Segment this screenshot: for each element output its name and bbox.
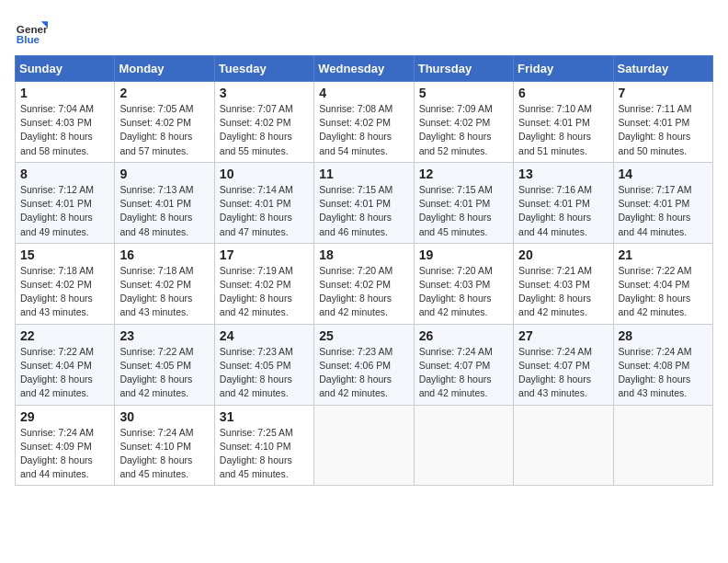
weekday-header-sunday: Sunday bbox=[16, 56, 115, 82]
day-number: 7 bbox=[619, 86, 708, 100]
page-header: General Blue bbox=[15, 15, 713, 48]
calendar-cell: 14Sunrise: 7:17 AM Sunset: 4:01 PM Dayli… bbox=[613, 162, 712, 243]
day-number: 12 bbox=[419, 167, 508, 181]
calendar-cell bbox=[613, 405, 712, 486]
day-number: 27 bbox=[518, 328, 608, 343]
day-info: Sunrise: 7:20 AM Sunset: 4:03 PM Dayligh… bbox=[419, 264, 508, 320]
weekday-header-monday: Monday bbox=[115, 56, 214, 82]
day-number: 23 bbox=[119, 328, 209, 343]
day-info: Sunrise: 7:15 AM Sunset: 4:01 PM Dayligh… bbox=[319, 183, 408, 239]
day-number: 8 bbox=[20, 167, 109, 181]
calendar-cell: 2Sunrise: 7:05 AM Sunset: 4:02 PM Daylig… bbox=[115, 82, 214, 163]
day-number: 26 bbox=[419, 328, 508, 343]
day-info: Sunrise: 7:08 AM Sunset: 4:02 PM Dayligh… bbox=[319, 102, 408, 158]
day-info: Sunrise: 7:19 AM Sunset: 4:02 PM Dayligh… bbox=[220, 264, 309, 320]
weekday-header-friday: Friday bbox=[514, 56, 613, 82]
day-info: Sunrise: 7:18 AM Sunset: 4:02 PM Dayligh… bbox=[119, 264, 209, 320]
weekday-header-tuesday: Tuesday bbox=[214, 56, 313, 82]
calendar-cell: 26Sunrise: 7:24 AM Sunset: 4:07 PM Dayli… bbox=[414, 324, 513, 405]
calendar-cell: 4Sunrise: 7:08 AM Sunset: 4:02 PM Daylig… bbox=[314, 82, 414, 163]
weekday-header-saturday: Saturday bbox=[613, 56, 712, 82]
calendar-cell: 17Sunrise: 7:19 AM Sunset: 4:02 PM Dayli… bbox=[214, 243, 313, 324]
calendar-week-5: 29Sunrise: 7:24 AM Sunset: 4:09 PM Dayli… bbox=[16, 405, 713, 486]
calendar-cell: 21Sunrise: 7:22 AM Sunset: 4:04 PM Dayli… bbox=[613, 243, 712, 324]
day-info: Sunrise: 7:04 AM Sunset: 4:03 PM Dayligh… bbox=[20, 102, 109, 158]
day-info: Sunrise: 7:09 AM Sunset: 4:02 PM Dayligh… bbox=[419, 102, 508, 158]
calendar-cell: 31Sunrise: 7:25 AM Sunset: 4:10 PM Dayli… bbox=[214, 405, 313, 486]
day-number: 1 bbox=[20, 86, 109, 100]
weekday-header-wednesday: Wednesday bbox=[314, 56, 414, 82]
calendar-cell: 3Sunrise: 7:07 AM Sunset: 4:02 PM Daylig… bbox=[214, 82, 313, 163]
calendar-cell: 24Sunrise: 7:23 AM Sunset: 4:05 PM Dayli… bbox=[214, 324, 313, 405]
day-info: Sunrise: 7:22 AM Sunset: 4:04 PM Dayligh… bbox=[619, 264, 708, 320]
calendar-cell bbox=[514, 405, 613, 486]
calendar-cell: 16Sunrise: 7:18 AM Sunset: 4:02 PM Dayli… bbox=[115, 243, 214, 324]
day-number: 9 bbox=[119, 167, 209, 181]
calendar-cell bbox=[414, 405, 513, 486]
day-number: 6 bbox=[518, 86, 608, 100]
day-number: 11 bbox=[319, 167, 408, 181]
day-info: Sunrise: 7:23 AM Sunset: 4:06 PM Dayligh… bbox=[319, 345, 408, 401]
day-info: Sunrise: 7:14 AM Sunset: 4:01 PM Dayligh… bbox=[220, 183, 309, 239]
calendar-cell: 1Sunrise: 7:04 AM Sunset: 4:03 PM Daylig… bbox=[16, 82, 115, 163]
calendar-cell: 7Sunrise: 7:11 AM Sunset: 4:01 PM Daylig… bbox=[613, 82, 712, 163]
svg-text:Blue: Blue bbox=[17, 33, 40, 45]
day-number: 22 bbox=[20, 328, 109, 343]
day-info: Sunrise: 7:24 AM Sunset: 4:10 PM Dayligh… bbox=[119, 426, 209, 482]
calendar-cell: 13Sunrise: 7:16 AM Sunset: 4:01 PM Dayli… bbox=[514, 162, 613, 243]
day-info: Sunrise: 7:24 AM Sunset: 4:07 PM Dayligh… bbox=[419, 345, 508, 401]
calendar-cell: 8Sunrise: 7:12 AM Sunset: 4:01 PM Daylig… bbox=[16, 162, 115, 243]
day-number: 21 bbox=[619, 247, 708, 262]
day-number: 28 bbox=[619, 328, 708, 343]
day-number: 10 bbox=[220, 167, 309, 181]
calendar-table: SundayMondayTuesdayWednesdayThursdayFrid… bbox=[15, 55, 713, 486]
calendar-cell: 29Sunrise: 7:24 AM Sunset: 4:09 PM Dayli… bbox=[16, 405, 115, 486]
calendar-cell: 18Sunrise: 7:20 AM Sunset: 4:02 PM Dayli… bbox=[314, 243, 414, 324]
day-info: Sunrise: 7:24 AM Sunset: 4:09 PM Dayligh… bbox=[20, 426, 109, 482]
day-number: 15 bbox=[20, 247, 109, 262]
calendar-cell: 6Sunrise: 7:10 AM Sunset: 4:01 PM Daylig… bbox=[514, 82, 613, 163]
calendar-cell: 20Sunrise: 7:21 AM Sunset: 4:03 PM Dayli… bbox=[514, 243, 613, 324]
day-info: Sunrise: 7:20 AM Sunset: 4:02 PM Dayligh… bbox=[319, 264, 408, 320]
calendar-cell bbox=[314, 405, 414, 486]
calendar-cell: 30Sunrise: 7:24 AM Sunset: 4:10 PM Dayli… bbox=[115, 405, 214, 486]
calendar-cell: 10Sunrise: 7:14 AM Sunset: 4:01 PM Dayli… bbox=[214, 162, 313, 243]
day-number: 2 bbox=[119, 86, 209, 100]
weekday-header-thursday: Thursday bbox=[414, 56, 513, 82]
calendar-cell: 28Sunrise: 7:24 AM Sunset: 4:08 PM Dayli… bbox=[613, 324, 712, 405]
calendar-cell: 12Sunrise: 7:15 AM Sunset: 4:01 PM Dayli… bbox=[414, 162, 513, 243]
calendar-week-4: 22Sunrise: 7:22 AM Sunset: 4:04 PM Dayli… bbox=[16, 324, 713, 405]
day-info: Sunrise: 7:23 AM Sunset: 4:05 PM Dayligh… bbox=[220, 345, 309, 401]
day-info: Sunrise: 7:24 AM Sunset: 4:08 PM Dayligh… bbox=[619, 345, 708, 401]
day-number: 5 bbox=[419, 86, 508, 100]
day-info: Sunrise: 7:25 AM Sunset: 4:10 PM Dayligh… bbox=[220, 426, 309, 482]
day-info: Sunrise: 7:21 AM Sunset: 4:03 PM Dayligh… bbox=[518, 264, 608, 320]
calendar-cell: 23Sunrise: 7:22 AM Sunset: 4:05 PM Dayli… bbox=[115, 324, 214, 405]
calendar-cell: 5Sunrise: 7:09 AM Sunset: 4:02 PM Daylig… bbox=[414, 82, 513, 163]
day-number: 29 bbox=[20, 409, 109, 424]
day-number: 31 bbox=[220, 409, 309, 424]
calendar-cell: 25Sunrise: 7:23 AM Sunset: 4:06 PM Dayli… bbox=[314, 324, 414, 405]
day-number: 30 bbox=[119, 409, 209, 424]
day-info: Sunrise: 7:22 AM Sunset: 4:05 PM Dayligh… bbox=[119, 345, 209, 401]
day-number: 3 bbox=[220, 86, 309, 100]
day-info: Sunrise: 7:15 AM Sunset: 4:01 PM Dayligh… bbox=[419, 183, 508, 239]
day-number: 14 bbox=[619, 167, 708, 181]
logo: General Blue bbox=[15, 15, 48, 48]
day-info: Sunrise: 7:12 AM Sunset: 4:01 PM Dayligh… bbox=[20, 183, 109, 239]
day-info: Sunrise: 7:17 AM Sunset: 4:01 PM Dayligh… bbox=[619, 183, 708, 239]
day-info: Sunrise: 7:07 AM Sunset: 4:02 PM Dayligh… bbox=[220, 102, 309, 158]
logo-icon: General Blue bbox=[15, 15, 48, 48]
day-info: Sunrise: 7:16 AM Sunset: 4:01 PM Dayligh… bbox=[518, 183, 608, 239]
day-info: Sunrise: 7:18 AM Sunset: 4:02 PM Dayligh… bbox=[20, 264, 109, 320]
day-number: 25 bbox=[319, 328, 408, 343]
day-info: Sunrise: 7:22 AM Sunset: 4:04 PM Dayligh… bbox=[20, 345, 109, 401]
day-info: Sunrise: 7:24 AM Sunset: 4:07 PM Dayligh… bbox=[518, 345, 608, 401]
day-number: 13 bbox=[518, 167, 608, 181]
calendar-week-2: 8Sunrise: 7:12 AM Sunset: 4:01 PM Daylig… bbox=[16, 162, 713, 243]
day-info: Sunrise: 7:11 AM Sunset: 4:01 PM Dayligh… bbox=[619, 102, 708, 158]
day-number: 4 bbox=[319, 86, 408, 100]
day-info: Sunrise: 7:13 AM Sunset: 4:01 PM Dayligh… bbox=[119, 183, 209, 239]
calendar-cell: 22Sunrise: 7:22 AM Sunset: 4:04 PM Dayli… bbox=[16, 324, 115, 405]
calendar-week-1: 1Sunrise: 7:04 AM Sunset: 4:03 PM Daylig… bbox=[16, 82, 713, 163]
